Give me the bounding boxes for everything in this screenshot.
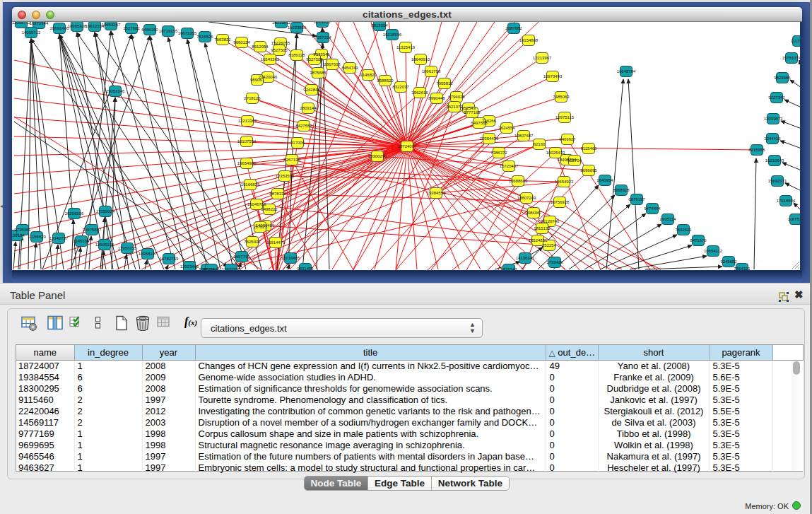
svg-text:1588520: 1588520 [377,78,394,83]
svg-text:20206556: 20206556 [65,211,84,216]
svg-text:7654321: 7654321 [734,267,751,270]
svg-text:18724007: 18724007 [398,144,417,148]
svg-text:16543362: 16543362 [261,57,280,62]
svg-text:20364436: 20364436 [480,136,499,141]
svg-text:3498222: 3498222 [261,207,278,211]
svg-text:952704: 952704 [567,158,582,163]
svg-text:9115460: 9115460 [581,146,598,151]
svg-text:9660124: 9660124 [233,40,250,45]
svg-text:9657791: 9657791 [233,255,250,259]
svg-text:10653267: 10653267 [102,23,121,27]
svg-text:1244415: 1244415 [764,136,781,141]
svg-text:1527602: 1527602 [123,26,140,30]
svg-text:19384554: 19384554 [427,191,446,195]
svg-text:9777169: 9777169 [464,110,481,115]
svg-text:8958928: 8958928 [613,188,630,192]
svg-text:6879197: 6879197 [628,197,645,201]
svg-text:8813051: 8813051 [314,22,331,24]
svg-text:16046788: 16046788 [247,202,266,206]
svg-text:3875685: 3875685 [310,71,326,75]
svg-text:2687682: 2687682 [505,26,522,30]
svg-text:9245652: 9245652 [720,259,737,264]
svg-text:10688609: 10688609 [509,179,528,183]
svg-text:12505135: 12505135 [95,243,114,247]
svg-text:8267130: 8267130 [283,158,300,162]
svg-text:20691406: 20691406 [50,26,69,30]
svg-text:8427552: 8427552 [295,124,312,128]
svg-text:8322037: 8322037 [392,85,409,89]
svg-text:12342737: 12342737 [49,236,69,240]
svg-text:7663822: 7663822 [214,37,231,42]
svg-text:317006: 317006 [290,141,305,145]
svg-text:12975115: 12975115 [555,115,575,119]
svg-text:11156829: 11156829 [28,235,46,239]
svg-text:9527508: 9527508 [306,57,323,62]
svg-text:8471676: 8471676 [690,238,707,243]
svg-text:15716485: 15716485 [281,256,300,260]
svg-text:12055712: 12055712 [12,22,31,25]
svg-text:14055712: 14055712 [22,30,41,35]
svg-text:12602955: 12602955 [222,267,241,270]
svg-text:8454749: 8454749 [341,66,358,70]
svg-text:1117534: 1117534 [791,39,800,43]
svg-text:11325419: 11325419 [396,45,416,49]
svg-text:252254: 252254 [542,243,557,247]
svg-text:18300295: 18300295 [368,154,387,158]
svg-text:9146821: 9146821 [360,73,377,77]
svg-text:10107554: 10107554 [237,139,257,144]
svg-text:1640954: 1640954 [596,178,613,182]
svg-text:15692971: 15692971 [768,179,787,183]
svg-text:10965328: 10965328 [68,24,87,28]
svg-text:16033812: 16033812 [272,22,291,25]
svg-text:15226055: 15226055 [271,41,290,45]
svg-text:1733426: 1733426 [546,260,563,264]
svg-text:9735061: 9735061 [14,228,31,232]
svg-text:16210643: 16210643 [765,158,784,163]
svg-text:9631455: 9631455 [297,267,314,270]
svg-text:12923446: 12923446 [180,264,199,269]
svg-text:16033809: 16033809 [288,25,307,30]
svg-text:7386372: 7386372 [490,151,507,155]
svg-text:9474444: 9474444 [644,206,661,211]
svg-text:6497568: 6497568 [471,121,488,125]
svg-text:8123446: 8123446 [203,267,220,270]
svg-text:18640910: 18640910 [411,57,430,62]
svg-text:1167533: 1167533 [788,217,800,221]
svg-text:7955812: 7955812 [436,81,453,86]
svg-text:7357224: 7357224 [314,35,331,40]
svg-text:6794028: 6794028 [448,95,465,99]
svg-text:19218596: 19218596 [383,33,402,37]
svg-text:29053346: 29053346 [106,89,125,93]
svg-text:8813054: 8813054 [371,23,388,28]
svg-text:10807487: 10807487 [514,134,534,138]
svg-text:1145194: 1145194 [73,239,90,243]
svg-text:9139154: 9139154 [12,233,25,238]
svg-text:9463627: 9463627 [559,137,576,141]
svg-text:18524851: 18524851 [529,238,548,243]
svg-text:10025433: 10025433 [546,151,565,155]
svg-text:9242848: 9242848 [303,88,320,92]
svg-text:8912954: 8912954 [252,45,269,49]
svg-text:10756928: 10756928 [551,200,570,204]
svg-text:12213369: 12213369 [238,119,257,123]
svg-text:9699695: 9699695 [580,168,597,173]
svg-text:12093873: 12093873 [764,117,783,121]
svg-text:6466160: 6466160 [141,28,158,32]
svg-text:989061: 989061 [250,78,265,82]
svg-text:2867608: 2867608 [324,62,341,66]
svg-text:7485063: 7485063 [553,95,570,99]
svg-text:10719155: 10719155 [159,29,178,33]
svg-text:18807249: 18807249 [517,196,536,200]
svg-text:15751074: 15751074 [782,56,800,60]
svg-text:14136141: 14136141 [516,256,535,260]
svg-text:12353594: 12353594 [276,174,295,178]
svg-text:10961758: 10961758 [422,69,441,74]
svg-text:7625402: 7625402 [244,240,261,244]
svg-text:2718126: 2718126 [244,96,261,100]
svg-text:19166825: 19166825 [241,182,260,187]
svg-text:17016504: 17016504 [777,199,796,203]
svg-text:10958107: 10958107 [139,252,158,256]
svg-text:17957255: 17957255 [118,246,137,250]
svg-text:3624554: 3624554 [498,126,515,130]
svg-text:19654923: 19654923 [555,180,574,184]
